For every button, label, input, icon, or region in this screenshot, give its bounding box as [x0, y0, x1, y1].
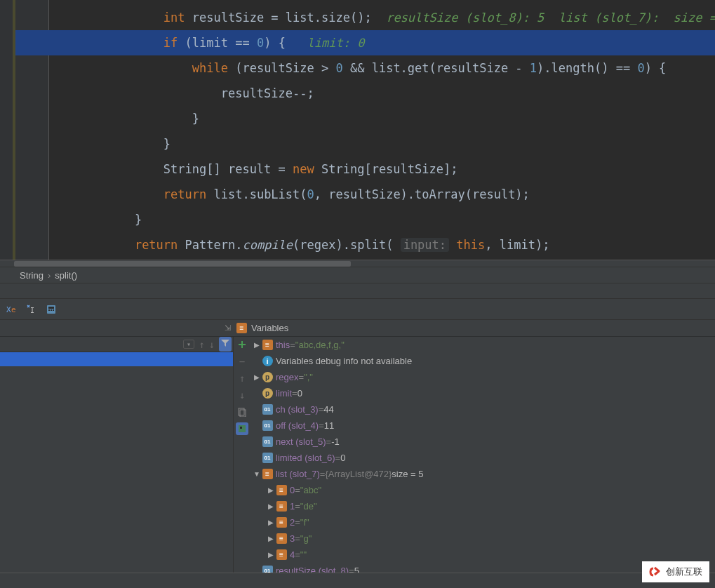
editor-horizontal-scrollbar[interactable]: [0, 260, 715, 267]
object-icon: ≡: [276, 501, 287, 512]
breadcrumb-bar[interactable]: String › split(): [0, 267, 715, 283]
variable-name: 3: [290, 533, 295, 544]
primitive-icon: 01: [262, 404, 273, 415]
variable-equals: =: [295, 485, 300, 495]
variable-row[interactable]: ▶≡this = "abc,de,f,g,": [250, 337, 715, 353]
expand-arrow[interactable]: ▼: [252, 470, 262, 478]
expand-arrow[interactable]: ▶: [266, 519, 276, 526]
move-down-icon[interactable]: ↓: [236, 389, 248, 401]
inline-debug-hint: resultSize (slot_8): 5 list (slot_7): si…: [386, 11, 715, 25]
code-editor[interactable]: int resultSize = list.size(); resultSize…: [0, 0, 715, 260]
variable-row[interactable]: 01off (slot_4) = 11: [250, 417, 715, 434]
svg-rect-7: [53, 309, 54, 311]
variable-equals: =: [299, 372, 305, 382]
restore-layout-icon[interactable]: ⇲: [225, 323, 231, 333]
jump-to-type-source-icon[interactable]: I: [25, 303, 38, 316]
variable-row[interactable]: ▶≡1 = "de": [250, 498, 715, 514]
frames-list[interactable]: [0, 352, 233, 584]
selected-frame[interactable]: [0, 352, 233, 366]
variable-row[interactable]: 01next (slot_5) = -1: [250, 434, 715, 450]
object-icon: ≡: [276, 517, 287, 528]
set-value-icon[interactable]: Xe: [6, 303, 18, 316]
variable-value: "f": [300, 517, 309, 528]
variable-value: 0: [340, 453, 345, 463]
debug-tabstrip[interactable]: [0, 283, 715, 299]
variable-row[interactable]: ▶≡2 = "f": [250, 514, 715, 530]
variable-name: regex: [276, 372, 299, 382]
variable-equals: =: [295, 517, 300, 528]
variable-row[interactable]: plimit = 0: [250, 385, 715, 401]
variable-name: 2: [290, 517, 295, 528]
expand-arrow[interactable]: ▶: [266, 486, 276, 494]
variable-name: this: [276, 340, 290, 350]
code-line[interactable]: return Pattern.compile(regex).split( inp…: [49, 232, 715, 258]
show-watches-icon[interactable]: [236, 422, 248, 435]
variable-name: next (slot_5): [276, 436, 326, 447]
variable-name: off (slot_4): [276, 420, 319, 431]
watermark: 创新互联: [642, 561, 709, 582]
current-execution-line[interactable]: if (limit == 0) { limit: 0: [15, 30, 715, 55]
remove-watch-icon[interactable]: −: [236, 355, 248, 368]
code-line[interactable]: return list.subList(0, resultSize).toArr…: [49, 182, 715, 207]
debug-panel: Xe I ⇲ ≡ Variables ▾ ↑ ↓: [0, 283, 715, 584]
variables-side-toolbar: − ↑ ↓: [234, 337, 250, 584]
expand-arrow[interactable]: ▶: [252, 341, 262, 349]
expand-arrow[interactable]: ▶: [266, 502, 276, 510]
variable-name: 1: [290, 501, 295, 512]
variable-row[interactable]: ▶pregex = ",": [250, 369, 715, 385]
code-line[interactable]: resultSize--;: [49, 81, 715, 106]
thread-dropdown[interactable]: ▾: [183, 340, 194, 349]
svg-rect-4: [48, 307, 54, 309]
svg-rect-5: [48, 309, 50, 311]
variable-row[interactable]: ▼≡list (slot_7) = {ArrayList@472} size =…: [250, 466, 715, 482]
frames-toolbar: ▾ ↑ ↓: [0, 337, 233, 352]
variable-value: "abc,de,f,g,": [295, 340, 345, 350]
prev-frame-icon[interactable]: ↑: [199, 339, 204, 350]
breadcrumb-method[interactable]: split(): [55, 270, 77, 281]
code-line[interactable]: }: [49, 207, 715, 232]
primitive-icon: 01: [262, 420, 273, 432]
variable-row[interactable]: iVariables debug info not available: [250, 353, 715, 369]
breadcrumb-separator: ›: [48, 270, 51, 281]
filter-frames-icon[interactable]: [219, 337, 232, 352]
variable-name: 0: [290, 485, 295, 495]
code-content[interactable]: int resultSize = list.size(); resultSize…: [49, 0, 715, 260]
inline-debug-hint: limit: 0: [307, 36, 365, 50]
next-frame-icon[interactable]: ↓: [209, 339, 215, 350]
variable-value: 44: [323, 404, 333, 415]
code-line[interactable]: }: [49, 106, 715, 131]
scrollbar-thumb[interactable]: [14, 261, 351, 267]
copy-icon[interactable]: [236, 406, 248, 418]
add-watch-icon[interactable]: [236, 338, 248, 351]
code-line[interactable]: int resultSize = list.size(); resultSize…: [49, 5, 715, 30]
expand-arrow[interactable]: ▶: [266, 551, 276, 559]
object-icon: ≡: [276, 549, 287, 561]
variable-name: list (slot_7): [276, 469, 320, 479]
code-line[interactable]: while (resultSize > 0 && list.get(result…: [49, 55, 715, 81]
breadcrumb-class[interactable]: String: [20, 270, 44, 281]
svg-text:e: e: [11, 305, 16, 314]
status-bar[interactable]: [0, 573, 715, 588]
variables-tree[interactable]: ▶≡this = "abc,de,f,g,"iVariables debug i…: [250, 337, 715, 584]
watermark-logo-icon: [649, 566, 662, 578]
variable-value: "de": [300, 501, 317, 512]
svg-text:I: I: [30, 307, 34, 314]
variable-row[interactable]: 01limited (slot_6) = 0: [250, 450, 715, 466]
expand-arrow[interactable]: ▶: [252, 373, 262, 381]
variables-title: Variables: [251, 323, 288, 333]
watermark-text: 创新互联: [666, 566, 702, 578]
code-line[interactable]: String[] result = new String[resultSize]…: [49, 156, 715, 182]
variable-row[interactable]: ▶≡3 = "g": [250, 530, 715, 547]
variable-equals: =: [335, 453, 341, 463]
calculator-icon[interactable]: [45, 303, 58, 316]
param-icon: p: [262, 372, 273, 383]
variable-row[interactable]: 01ch (slot_3) = 44: [250, 401, 715, 417]
object-icon: ≡: [262, 469, 273, 480]
expand-arrow[interactable]: ▶: [266, 535, 276, 542]
parameter-hint: input:: [401, 238, 449, 252]
frames-panel[interactable]: ▾ ↑ ↓: [0, 337, 234, 584]
variable-row[interactable]: ▶≡4 = "": [250, 547, 715, 563]
code-line[interactable]: }: [49, 131, 715, 156]
move-up-icon[interactable]: ↑: [236, 372, 248, 385]
variable-row[interactable]: ▶≡0 = "abc": [250, 482, 715, 498]
